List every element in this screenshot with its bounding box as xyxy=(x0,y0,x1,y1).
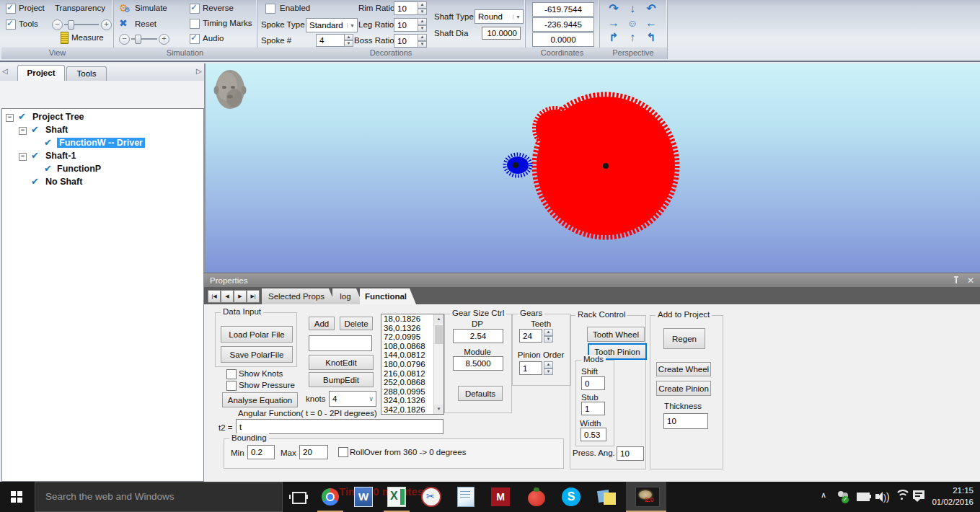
tools-checkbox[interactable] xyxy=(6,19,16,30)
create-pinion-button[interactable]: Create Pinion xyxy=(656,381,711,396)
check-icon[interactable]: ✔ xyxy=(18,111,26,122)
dp-field[interactable]: 2.54 xyxy=(453,329,503,343)
tray-chevron-icon[interactable]: ∧ xyxy=(821,490,826,500)
taskbar-icon-gear-app-active[interactable]: 2.0 xyxy=(626,482,666,512)
scroll-thumb[interactable] xyxy=(435,325,443,344)
tab-functional[interactable]: Functional xyxy=(360,288,416,304)
show-pressure-checkbox[interactable] xyxy=(226,381,237,391)
pan-up-icon[interactable]: ↑ xyxy=(624,30,641,45)
create-wheel-button[interactable]: Create Wheel xyxy=(656,362,711,376)
spoke-type-dropdown[interactable]: Standard▼ xyxy=(306,18,358,32)
tray-sync-icon[interactable]: ✓ xyxy=(836,490,849,503)
max-field[interactable]: 20 xyxy=(299,445,328,459)
timing-marks-checkbox[interactable] xyxy=(190,19,200,29)
3d-viewport[interactable] xyxy=(204,63,980,273)
tray-battery-icon[interactable] xyxy=(857,493,871,500)
rotate-cw-icon[interactable]: ↷ xyxy=(605,1,622,16)
list-scrollbar[interactable]: ▲ ▼ xyxy=(433,314,443,414)
taskbar-icon-chrome[interactable] xyxy=(314,482,346,512)
transparency-slider-thumb[interactable] xyxy=(68,20,74,30)
transparency-minus-button[interactable]: − xyxy=(52,19,63,30)
list-item[interactable]: 18,0.1826 xyxy=(381,314,432,324)
tooth-wheel-button[interactable]: Tooth Wheel xyxy=(587,327,645,342)
tilt-right-icon[interactable]: ↱ xyxy=(605,30,622,45)
analyse-equation-button[interactable]: Analyse Equation xyxy=(222,392,298,407)
module-field[interactable]: 8.5000 xyxy=(453,356,503,371)
tab-next-button[interactable]: ▶ xyxy=(234,290,247,303)
simulate-button[interactable]: Simulate xyxy=(135,4,167,12)
polar-data-list[interactable]: 18,0.1826 36,0.1326 72,0.0995 108,0.0868… xyxy=(381,314,444,415)
list-item[interactable]: 324,0.1326 xyxy=(381,396,432,405)
pan-right-icon[interactable]: → xyxy=(605,16,622,30)
collapse-icon[interactable]: − xyxy=(19,127,27,135)
pinion-order-spinner[interactable]: ▲▼ xyxy=(544,361,553,375)
tab-project[interactable]: Project xyxy=(17,65,65,81)
check-icon[interactable]: ✔ xyxy=(31,150,39,161)
list-item[interactable]: 216,0.0812 xyxy=(381,369,432,379)
check-icon[interactable]: ✔ xyxy=(31,176,39,187)
collapse-icon[interactable]: − xyxy=(19,153,27,161)
taskbar-icon-skype[interactable]: S xyxy=(555,482,587,512)
leg-ratio-spinner[interactable]: ▲▼ xyxy=(418,18,427,32)
thickness-field[interactable]: 10 xyxy=(663,413,708,429)
list-item[interactable]: 342,0.1826 xyxy=(381,405,432,415)
close-icon[interactable]: ✕ xyxy=(967,273,974,288)
reset-view-smiley-icon[interactable]: ☺ xyxy=(624,16,641,30)
knot-edit-button[interactable]: KnotEdit xyxy=(309,355,374,370)
gear-canvas[interactable] xyxy=(206,63,980,273)
knots-dropdown[interactable]: 4∨ xyxy=(329,391,376,407)
tray-notification-icon[interactable] xyxy=(913,490,926,502)
check-icon[interactable]: ✔ xyxy=(44,137,52,148)
width-field[interactable]: 0.53 xyxy=(581,428,606,441)
load-polar-file-button[interactable]: Load Polar File xyxy=(221,326,293,343)
tab-log[interactable]: log xyxy=(332,288,363,304)
pan-left-icon[interactable]: ← xyxy=(643,16,660,30)
shaft-dia-field[interactable]: 10.0000 xyxy=(482,27,521,40)
delete-button[interactable]: Delete xyxy=(340,317,373,330)
tab-tools[interactable]: Tools xyxy=(66,66,107,81)
sim-speed-minus-button[interactable]: − xyxy=(119,34,130,45)
teeth-field[interactable]: 24 xyxy=(519,329,542,343)
rotate-ccw-icon[interactable]: ↶ xyxy=(643,1,660,16)
list-item[interactable]: 108,0.0868 xyxy=(381,342,432,351)
project-checkbox[interactable] xyxy=(6,4,16,14)
pinion-order-field[interactable]: 1 xyxy=(519,361,542,375)
defaults-button[interactable]: Defaults xyxy=(458,386,503,401)
value-input[interactable] xyxy=(309,335,372,351)
taskbar-icon-excel[interactable]: X xyxy=(381,482,412,512)
list-item[interactable]: 72,0.0995 xyxy=(381,332,432,342)
tab-selected-props[interactable]: Selected Props xyxy=(262,288,335,304)
measure-label[interactable]: Measure xyxy=(71,33,104,42)
pan-down-icon[interactable]: ↓ xyxy=(624,1,641,16)
spoke-num-spinner[interactable]: ▲▼ xyxy=(344,34,353,47)
shift-field[interactable]: 0 xyxy=(581,376,605,390)
taskbar-icon-snipping-tool[interactable]: ✂ xyxy=(415,482,447,512)
boss-ratio-spinner[interactable]: ▲▼ xyxy=(418,34,427,48)
scroll-down-icon[interactable]: ▼ xyxy=(434,405,443,414)
t2-equation-input[interactable]: t xyxy=(236,419,443,434)
list-item[interactable]: 36,0.1326 xyxy=(381,324,432,333)
taskbar-icon-mendeley[interactable]: M xyxy=(485,482,516,512)
rim-ratio-spinner[interactable]: ▲▼ xyxy=(418,1,427,15)
scroll-up-icon[interactable]: ▲ xyxy=(434,314,443,324)
regen-button[interactable]: Regen xyxy=(663,328,705,349)
rollover-checkbox[interactable] xyxy=(338,447,348,457)
show-knots-checkbox[interactable] xyxy=(226,369,237,379)
properties-header[interactable]: Properties ✕ xyxy=(204,273,980,287)
reset-button[interactable]: Reset xyxy=(135,19,156,28)
tabstrip-scroll-right-icon[interactable]: ▷ xyxy=(196,67,202,75)
taskbar-icon-tomato[interactable] xyxy=(521,482,552,512)
list-item[interactable]: 252,0.0868 xyxy=(381,378,432,387)
tab-last-button[interactable]: ▶| xyxy=(247,290,260,303)
save-polar-file-button[interactable]: Save PolarFile xyxy=(221,346,293,363)
tabstrip-scroll-left-icon[interactable]: ◁ xyxy=(2,67,8,75)
min-field[interactable]: 0.2 xyxy=(247,445,275,459)
search-box[interactable]: Search the web and Windows xyxy=(35,482,283,512)
coordinate-z-field[interactable]: 0.0000 xyxy=(532,32,594,47)
coordinate-x-field[interactable]: -619.7544 xyxy=(532,2,594,17)
collapse-icon[interactable]: − xyxy=(6,114,14,122)
list-item[interactable]: 180,0.0796 xyxy=(381,360,432,369)
taskbar-icon-sticky-notes[interactable] xyxy=(591,482,623,512)
pin-icon[interactable] xyxy=(953,275,960,284)
spoke-num-field[interactable]: 4 xyxy=(316,34,348,47)
